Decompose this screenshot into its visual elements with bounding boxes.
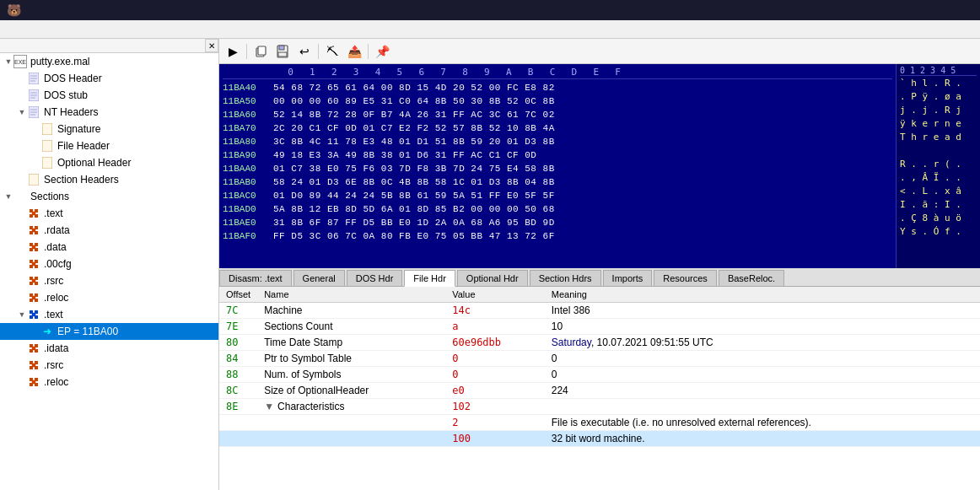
tab-section-hdrs[interactable]: Section Hdrs: [530, 270, 601, 286]
toolbar-tool-btn[interactable]: ⛏: [322, 42, 342, 61]
tree-item-optional-header[interactable]: Optional Header: [0, 154, 218, 171]
tree-item-data[interactable]: .data: [0, 239, 218, 256]
tab-imports[interactable]: Imports: [603, 270, 653, 286]
hex-addr-11: 11BAF0: [223, 231, 273, 241]
tab-resources[interactable]: Resources: [654, 270, 717, 286]
menu-view[interactable]: [30, 28, 44, 31]
cell-offset-1: 7E: [219, 318, 257, 334]
hex-bytes-6: 01 C7 38 E0 75 F6 03 7D F8 3B 7D 24 75 E…: [273, 164, 892, 174]
cell-offset-8: [219, 430, 257, 446]
col-offset: Offset: [219, 287, 257, 303]
cell-name-5: Size of OptionalHeader: [257, 382, 445, 398]
expand-arrow-6[interactable]: ▼: [264, 401, 274, 412]
hex-row-8[interactable]: 11BAC0 01 D0 89 44 24 24 5B 8B 61 59 5A …: [223, 189, 892, 202]
tree-item-section-headers[interactable]: Section Headers: [0, 171, 218, 188]
hex-header: 0 1 2 3 4 5 6 7 8 9 A B C D E F: [223, 66, 892, 79]
tree-item-text1[interactable]: .text: [0, 205, 218, 222]
tab-basereloc-[interactable]: BaseReloc.: [719, 270, 784, 286]
hex-addr-4: 11BA80: [223, 137, 273, 147]
table-row-8[interactable]: 10032 bit word machine.: [219, 430, 980, 446]
tree-item-file-header[interactable]: File Header: [0, 137, 218, 154]
tree-icon-text2: [27, 308, 40, 321]
tree-icon-putty: EXE: [13, 55, 27, 68]
col-value: Value: [445, 287, 545, 303]
close-side-button[interactable]: ✕: [205, 39, 218, 52]
tab-general[interactable]: General: [293, 270, 345, 286]
svg-rect-12: [42, 123, 52, 135]
tree-item-rsrc2[interactable]: .rsrc: [0, 357, 218, 374]
hex-row-7[interactable]: 11BAB0 58 24 01 D3 6E 8B 0C 4B 8B 58 1C …: [223, 175, 892, 189]
tree-item-dos-header[interactable]: DOS Header: [0, 70, 218, 87]
hex-row-3[interactable]: 11BA70 2C 20 C1 CF 0D 01 C7 E2 F2 52 57 …: [223, 121, 892, 135]
tree-item-rdata[interactable]: .rdata: [0, 222, 218, 239]
table-row-5[interactable]: 8CSize of OptionalHeadere0224: [219, 382, 980, 398]
tree-item-rsrc1[interactable]: .rsrc: [0, 272, 218, 289]
toolbar-sep-2: [318, 44, 319, 59]
table-row-4[interactable]: 88Num. of Symbols00: [219, 366, 980, 382]
toolbar-save-btn[interactable]: [272, 42, 293, 61]
hex-row-1[interactable]: 11BA50 00 00 00 60 89 E5 31 C0 64 8B 50 …: [223, 94, 892, 108]
cell-name-3: Ptr to Symbol Table: [257, 350, 445, 366]
menu-file[interactable]: [3, 28, 17, 31]
tree-item-nt-headers[interactable]: NT Headers: [0, 104, 218, 121]
cell-meaning-3: 0: [545, 350, 980, 366]
menu-info[interactable]: [57, 28, 71, 31]
tab-optional-hdr[interactable]: Optional Hdr: [457, 270, 528, 286]
tree-icon-idata: [27, 342, 40, 355]
table-row-2[interactable]: 80Time Date Stamp60e96dbbSaturday, 10.07…: [219, 334, 980, 350]
hex-row-4[interactable]: 11BA80 3C 8B 4C 11 78 E3 48 01 D1 51 8B …: [223, 135, 892, 148]
hex-addr-0: 11BA40: [223, 83, 273, 93]
table-row-3[interactable]: 84Ptr to Symbol Table00: [219, 350, 980, 366]
toolbar-copy-btn[interactable]: [250, 42, 271, 61]
tree-icon-sections: [13, 190, 27, 203]
toolbar-export-btn[interactable]: 📤: [344, 42, 364, 61]
hex-row-2[interactable]: 11BA60 52 14 8B 72 28 0F B7 4A 26 31 FF …: [223, 108, 892, 121]
tree-label-sections: Sections: [30, 191, 69, 202]
tree-item-dos-stub[interactable]: DOS stub: [0, 87, 218, 104]
menu-settings[interactable]: [17, 28, 30, 31]
tree-icon-dos-header: [27, 72, 40, 85]
toolbar-undo-btn[interactable]: ↩: [294, 42, 315, 61]
menu-compare[interactable]: [44, 28, 57, 31]
tree-item-signature[interactable]: Signature: [0, 121, 218, 137]
tree-item-idata[interactable]: .idata: [0, 340, 218, 357]
tree-icon-reloc1: [27, 291, 40, 304]
tab-file-hdr[interactable]: File Hdr: [404, 270, 455, 287]
tree-icon-cfg: [27, 257, 40, 271]
tree-item-reloc1[interactable]: .reloc: [0, 289, 218, 306]
tab-dos-hdr[interactable]: DOS Hdr: [347, 270, 403, 286]
table-row-1[interactable]: 7ESections Counta10: [219, 318, 980, 334]
hex-row-11[interactable]: 11BAF0 FF D5 3C 06 7C 0A 80 FB E0 75 05 …: [223, 229, 892, 243]
tree-item-cfg[interactable]: .00cfg: [0, 256, 218, 272]
hex-row-0[interactable]: 11BA40 54 68 72 65 61 64 00 8D 15 4D 20 …: [223, 81, 892, 94]
hex-right-header: 0 1 2 3 4 5: [900, 66, 977, 76]
toolbar-pin-btn[interactable]: 📌: [372, 42, 392, 61]
tree-item-sections[interactable]: Sections: [0, 188, 218, 205]
main-container: ✕ EXEputty.exe.malDOS HeaderDOS stubNT H…: [0, 39, 980, 490]
tree-item-text2[interactable]: .text: [0, 306, 218, 323]
cell-name-8: [257, 430, 445, 446]
svg-rect-17: [258, 46, 266, 55]
tab-disasm---text[interactable]: Disasm: .text: [219, 270, 292, 286]
tree-item-ep[interactable]: ➜EP = 11BA00: [0, 323, 218, 340]
table-row-0[interactable]: 7CMachine14cIntel 386: [219, 302, 980, 318]
svg-rect-20: [278, 52, 287, 57]
tree-icon-ep: ➜: [40, 325, 54, 338]
tree-label-section-headers: Section Headers: [44, 174, 119, 186]
hex-right-row-11: Y s . Ó f .: [900, 226, 977, 240]
table-row-6[interactable]: 8E▼Characteristics102: [219, 398, 980, 414]
hex-right-panel: 0 1 2 3 4 5` h l . R .. P ÿ . ø aj . j .…: [896, 64, 980, 268]
hex-addr-9: 11BAD0: [223, 204, 273, 214]
tree-item-putty[interactable]: EXEputty.exe.mal: [0, 53, 218, 70]
hex-row-6[interactable]: 11BAA0 01 C7 38 E0 75 F6 03 7D F8 3B 7D …: [223, 162, 892, 175]
tree-label-idata: .idata: [44, 342, 68, 354]
hex-row-9[interactable]: 11BAD0 5A 8B 12 EB 8D 5D 6A 01 8D 85 B2 …: [223, 202, 892, 216]
tree-item-reloc2[interactable]: .reloc: [0, 374, 218, 390]
hex-view[interactable]: 0 1 2 3 4 5 6 7 8 9 A B C D E F 11BA40 5…: [219, 64, 896, 268]
tree-label-ep: EP = 11BA00: [57, 326, 118, 337]
hex-row-5[interactable]: 11BA90 49 18 E3 3A 49 8B 38 01 D6 31 FF …: [223, 148, 892, 162]
table-row-7[interactable]: 2File is executable (i.e. no unresolved …: [219, 414, 980, 430]
hex-row-10[interactable]: 11BAE0 31 8B 6F 87 FF D5 BB E0 1D 2A 0A …: [223, 216, 892, 229]
toolbar-forward-btn[interactable]: ▶: [223, 42, 243, 61]
tree-arrow-nt-headers: [17, 107, 27, 117]
